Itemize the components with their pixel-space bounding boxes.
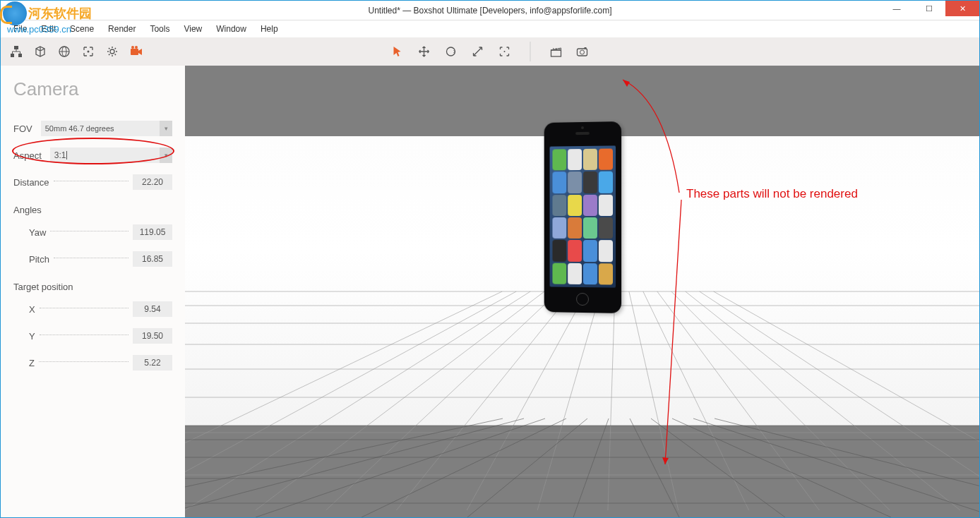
svg-point-11 xyxy=(504,51,506,52)
aspect-input[interactable]: 3:1 ▾ xyxy=(50,147,172,163)
z-label: Z xyxy=(13,358,35,368)
toolbar xyxy=(1,37,979,66)
focus-icon[interactable] xyxy=(81,44,95,59)
menu-view[interactable]: View xyxy=(178,23,208,35)
annotation-text: These parts will not be rendered xyxy=(686,187,858,201)
title-bar: Untitled* — Boxshot Ultimate [Developers… xyxy=(1,1,979,20)
window-title: Untitled* — Boxshot Ultimate [Developers… xyxy=(369,6,612,16)
phone-mockup-object[interactable] xyxy=(544,122,621,313)
fov-select[interactable]: 50mm 46.7 degrees ▾ xyxy=(41,121,172,136)
content-area: Camera FOV 50mm 46.7 degrees ▾ Aspect 3:… xyxy=(1,66,979,517)
render-camera-icon[interactable] xyxy=(576,44,590,59)
chevron-down-icon: ▾ xyxy=(160,147,172,163)
menu-render[interactable]: Render xyxy=(102,23,141,35)
menu-edit[interactable]: Edit xyxy=(35,23,61,35)
render-safe-area xyxy=(185,136,979,426)
aspect-label: Aspect xyxy=(13,150,42,161)
menu-tools[interactable]: Tools xyxy=(144,23,175,35)
menu-scene[interactable]: Scene xyxy=(64,23,100,35)
svg-point-6 xyxy=(110,49,114,54)
svg-point-9 xyxy=(135,46,138,49)
svg-marker-16 xyxy=(623,80,630,87)
y-value[interactable]: 19.50 xyxy=(133,328,172,344)
maximize-button[interactable]: ☐ xyxy=(913,1,945,16)
fov-label: FOV xyxy=(13,124,32,134)
viewport-3d[interactable]: These parts will not be rendered xyxy=(185,66,979,517)
gear-icon[interactable] xyxy=(105,44,119,59)
menu-window[interactable]: Window xyxy=(210,23,252,35)
svg-rect-1 xyxy=(11,54,14,57)
y-label: Y xyxy=(13,331,35,342)
minimize-button[interactable]: — xyxy=(880,1,913,16)
hierarchy-icon[interactable] xyxy=(9,44,23,59)
target-position-label: Target position xyxy=(13,282,172,292)
x-value[interactable]: 9.54 xyxy=(133,301,172,317)
yaw-value[interactable]: 119.05 xyxy=(133,224,172,240)
svg-rect-7 xyxy=(131,49,138,55)
svg-point-10 xyxy=(447,47,455,56)
pointer-icon[interactable] xyxy=(390,44,405,59)
menu-help[interactable]: Help xyxy=(255,23,284,35)
svg-rect-2 xyxy=(18,54,22,57)
panel-title: Camera xyxy=(13,78,172,100)
angles-label: Angles xyxy=(13,205,172,215)
svg-rect-0 xyxy=(14,46,18,49)
scale-icon[interactable] xyxy=(471,44,485,59)
app-window: 河东软件园 www.pc0359.cn Untitled* — Boxshot … xyxy=(0,0,980,518)
svg-point-5 xyxy=(88,51,90,53)
close-button[interactable]: ✕ xyxy=(945,1,979,16)
rotate-icon[interactable] xyxy=(444,44,458,59)
clapper-icon[interactable] xyxy=(549,44,563,59)
svg-point-8 xyxy=(131,46,134,49)
globe-icon[interactable] xyxy=(57,44,71,59)
distance-value[interactable]: 22.20 xyxy=(133,174,172,190)
svg-point-14 xyxy=(580,50,585,54)
chevron-down-icon: ▾ xyxy=(160,121,172,136)
x-label: X xyxy=(13,304,35,315)
distance-label: Distance xyxy=(13,177,49,188)
cube-icon[interactable] xyxy=(33,44,47,59)
menu-file[interactable]: File xyxy=(8,23,32,35)
move-icon[interactable] xyxy=(417,44,431,59)
toolbar-separator xyxy=(530,42,531,61)
yaw-label: Yaw xyxy=(13,227,46,238)
menu-bar: File Edit Scene Render Tools View Window… xyxy=(1,20,979,37)
camera-panel: Camera FOV 50mm 46.7 degrees ▾ Aspect 3:… xyxy=(1,66,185,517)
svg-rect-12 xyxy=(551,50,561,56)
pitch-value[interactable]: 16.85 xyxy=(133,251,172,267)
fit-icon[interactable] xyxy=(498,44,512,59)
svg-rect-15 xyxy=(585,47,587,49)
pitch-label: Pitch xyxy=(13,254,49,265)
camera-icon[interactable] xyxy=(129,44,143,59)
z-value[interactable]: 5.22 xyxy=(133,355,172,371)
